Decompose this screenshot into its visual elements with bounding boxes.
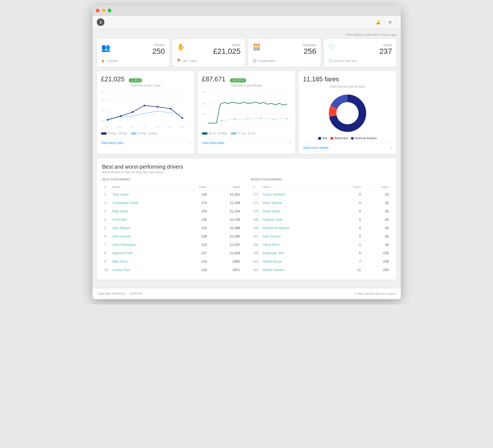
maximize-button[interactable]: [108, 9, 111, 12]
charts-row: £21,025 +1.35 % Total fares in past 7 da…: [97, 71, 396, 154]
driver-name-link[interactable]: Tony Jones: [110, 190, 181, 199]
driver-name-link[interactable]: Lucasz Pavl: [110, 266, 181, 274]
donut-svg: [323, 90, 372, 133]
svg-text:Fri: Fri: [143, 126, 146, 128]
footer-support-link[interactable]: SUPPORT: [130, 292, 143, 295]
rank-cell: 7: [102, 241, 110, 249]
fares-cell: 118: [181, 241, 209, 249]
driver-name-link[interactable]: Radoslaw Jem: [261, 249, 335, 258]
value-cell: £0: [363, 216, 391, 224]
worst-performing-section: WORST-PERFORMING # Name Fares Value 172 …: [251, 178, 391, 274]
heart-icon: ♡: [328, 43, 335, 52]
driver-name-link[interactable]: Allan Sherington: [110, 241, 181, 249]
driver-name-link[interactable]: Marek Viewsov: [261, 266, 335, 274]
rank-cell: 10: [102, 266, 110, 274]
nav-right: 🔔 ▾ ⚙ ▾: [376, 20, 396, 24]
footer-cabcard-link[interactable]: CABCARD SERVICES: [98, 292, 125, 295]
worst-performing-table: # Name Fares Value 172 Trevor Hartford 0…: [251, 184, 391, 274]
rank-cell: 165: [251, 249, 261, 258]
fares-value: £21,025: [213, 47, 240, 56]
arrow-right-icon-2: ›: [290, 141, 291, 145]
driver-name-link[interactable]: Steve Finks: [261, 241, 335, 249]
driver-name-link[interactable]: Rodolfo Rodriguez: [261, 224, 335, 232]
driver-name-link[interactable]: Tadeusz Jinkl: [261, 216, 335, 224]
svg-point-11: [143, 105, 145, 106]
fares-icon: ✋: [177, 43, 185, 51]
traffic-lights: [96, 9, 111, 12]
monthly-chart-card: £87,671 +103.55 % Total fares in past 30…: [198, 71, 295, 154]
svg-text:Tue: Tue: [104, 126, 108, 128]
fares-cell: 5: [335, 249, 363, 258]
svg-point-12: [157, 106, 158, 108]
minimize-button[interactable]: [102, 9, 105, 12]
rank-cell: 9: [102, 258, 110, 266]
svg-point-34: [260, 118, 262, 119]
driver-name-link[interactable]: Spencer Forth: [110, 249, 181, 258]
table-row: 170 David Shaw 0 £0: [251, 207, 391, 216]
best-col-fares: Fares: [181, 184, 209, 190]
weekly-view-link[interactable]: View fares data ›: [101, 138, 190, 145]
donut-legend: Visa Mastercard American Express: [318, 137, 377, 140]
monthly-legend: 28 Jul - 26 Aug 27 Jun - 26 Jul: [202, 132, 291, 135]
driver-name-link[interactable]: Robert Bruce: [261, 258, 335, 266]
svg-text:500: 500: [101, 99, 105, 101]
driver-name-link[interactable]: Raju Akbul: [110, 207, 181, 216]
monthly-view-link[interactable]: View fares data ›: [202, 138, 291, 145]
svg-text:Wed: Wed: [117, 126, 122, 128]
value-cell: £1,037: [209, 241, 242, 249]
fares-cell: 159: [181, 207, 209, 216]
driver-name-link[interactable]: Paul Connol: [261, 232, 335, 241]
driver-name-link[interactable]: Christopher Smith: [110, 199, 181, 207]
clipboard-icon: 📋: [253, 59, 256, 62]
value-cell: £35: [363, 249, 391, 258]
close-button[interactable]: [96, 9, 100, 12]
table-row: 163 Marek Viewsov 11 £64: [251, 266, 391, 274]
clock-icon: 🕐: [328, 59, 332, 62]
rank-cell: 170: [251, 207, 261, 216]
footer-links: CABCARD SERVICES SUPPORT: [98, 292, 143, 295]
table-row: 7 Allan Sherington 118 £1,037: [102, 241, 242, 249]
svg-point-40: [337, 102, 358, 124]
table-row: 167 Paul Connol 0 £0: [251, 232, 391, 241]
bell-icon[interactable]: 🔔: [376, 20, 380, 24]
driver-name-link[interactable]: Chris Ellis: [110, 216, 181, 224]
settings-icon[interactable]: ⚙: [388, 20, 392, 24]
svg-text:600: 600: [202, 91, 206, 93]
svg-text:Sat: Sat: [155, 126, 159, 128]
table-row: 8 Spencer Forth 127 £1,029: [102, 249, 242, 258]
arrow-right-icon-3: ›: [391, 146, 392, 150]
monthly-chart-title: Total fares in past 30 days: [202, 84, 291, 87]
rank-cell: 166: [251, 241, 261, 249]
svg-point-32: [234, 118, 235, 120]
driver-name-link[interactable]: David Shaw: [261, 207, 335, 216]
value-cell: £0: [363, 224, 391, 232]
driver-name-link[interactable]: Stan Billows: [110, 224, 181, 232]
monthly-badge: +103.55 %: [230, 78, 246, 82]
value-cell: £1,339: [209, 199, 242, 207]
value-cell: £971: [209, 266, 242, 274]
driver-name-link[interactable]: Abul Hassan: [110, 232, 181, 241]
table-row: 10 Lucasz Pavl 118 £971: [102, 266, 242, 274]
fares-cell: 123: [181, 224, 209, 232]
titlebar: [92, 5, 401, 16]
fares-cell: 1: [335, 241, 363, 249]
fares-cell: 11: [335, 266, 363, 274]
donut-title: Card schemes (past 30 days): [330, 85, 365, 88]
sidebar-toggle[interactable]: ❯: [97, 18, 104, 26]
table-row: 9 Mike Elron 119 £991: [102, 258, 242, 266]
driver-name-link[interactable]: Dave Simons: [261, 199, 335, 207]
fares-cell: 0: [335, 207, 363, 216]
donut-view-link[interactable]: View more details ›: [303, 143, 392, 150]
value-cell: £1,452: [209, 190, 242, 199]
top-nav: ❯ 🔔 ▾ ⚙ ▾: [92, 16, 401, 29]
table-row: 171 Dave Simons 0 £0: [251, 199, 391, 207]
active-sub: 🕐 Online in last hour: [328, 59, 392, 62]
table-row: 168 Rodolfo Rodriguez 0 £0: [251, 224, 391, 232]
table-row: 2 Christopher Smith 174 £1,339: [102, 199, 242, 207]
svg-point-36: [286, 118, 288, 119]
driver-name-link[interactable]: Trevor Hartford: [261, 190, 335, 199]
rank-cell: 167: [251, 232, 261, 241]
table-row: 164 Robert Bruce 7 £39: [251, 258, 391, 266]
calendar-icon: 📅: [177, 59, 181, 62]
driver-name-link[interactable]: Mike Elron: [110, 258, 181, 266]
